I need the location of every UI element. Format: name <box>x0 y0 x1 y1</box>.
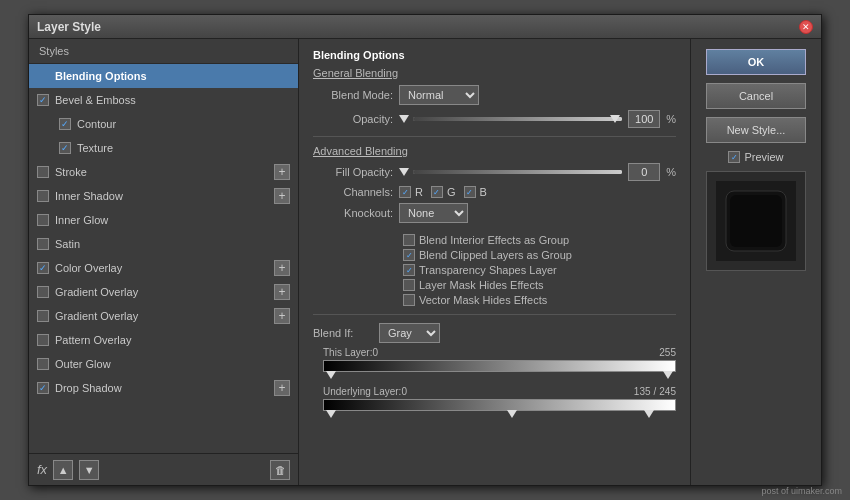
blend-clipped-check[interactable]: ✓ <box>403 249 415 261</box>
layer-mask-label: Layer Mask Hides Effects <box>419 279 544 291</box>
list-item-inner-shadow[interactable]: Inner Shadow+ <box>29 184 298 208</box>
knockout-select[interactable]: None Shallow Deep <box>399 203 468 223</box>
down-button[interactable]: ▼ <box>79 460 99 480</box>
transparency-check[interactable]: ✓ <box>403 264 415 276</box>
svg-rect-2 <box>730 195 782 247</box>
list-item-drop-shadow[interactable]: ✓Drop Shadow+ <box>29 376 298 400</box>
new-style-button[interactable]: New Style... <box>706 117 806 143</box>
preview-canvas <box>706 171 806 271</box>
checkbox-color-overlay[interactable]: ✓ <box>37 262 49 274</box>
ok-button[interactable]: OK <box>706 49 806 75</box>
opacity-percent: % <box>666 113 676 125</box>
list-item-label-blending-options: Blending Options <box>55 70 290 82</box>
opacity-slider-thumb[interactable] <box>610 115 620 123</box>
checkbox-satin[interactable] <box>37 238 49 250</box>
layer-mask-check[interactable] <box>403 279 415 291</box>
blend-if-select[interactable]: Gray Red Green Blue <box>379 323 440 343</box>
transparency-label: Transparency Shapes Layer <box>419 264 557 276</box>
blend-mode-select[interactable]: Normal Multiply Screen Overlay <box>399 85 479 105</box>
checkbox-pattern-overlay[interactable] <box>37 334 49 346</box>
checkbox-contour[interactable]: ✓ <box>59 118 71 130</box>
styles-header: Styles <box>29 39 298 64</box>
checkbox-stroke[interactable] <box>37 166 49 178</box>
checkbox-inner-shadow[interactable] <box>37 190 49 202</box>
channel-r-check[interactable]: ✓ <box>399 186 411 198</box>
list-item-outer-glow[interactable]: Outer Glow <box>29 352 298 376</box>
fill-opacity-slider-thumb-left <box>399 168 409 176</box>
this-layer-max: 255 <box>659 347 676 358</box>
underlying-layer-thumb-right[interactable] <box>644 410 654 418</box>
list-item-color-overlay[interactable]: ✓Color Overlay+ <box>29 256 298 280</box>
list-item-bevel-emboss[interactable]: ✓Bevel & Emboss <box>29 88 298 112</box>
checkbox-drop-shadow[interactable]: ✓ <box>37 382 49 394</box>
blend-interior-check[interactable] <box>403 234 415 246</box>
checkbox-gradient-overlay-2[interactable] <box>37 310 49 322</box>
list-item-label-stroke: Stroke <box>55 166 270 178</box>
underlying-layer-gradient-bar[interactable] <box>323 399 676 411</box>
blend-if-row: Blend If: Gray Red Green Blue <box>313 323 676 343</box>
plus-btn-gradient-overlay-1[interactable]: + <box>274 284 290 300</box>
styles-label: Styles <box>39 45 69 57</box>
list-item-label-pattern-overlay: Pattern Overlay <box>55 334 290 346</box>
plus-btn-drop-shadow[interactable]: + <box>274 380 290 396</box>
underlying-layer-thumb-left[interactable] <box>326 410 336 418</box>
this-layer-label: This Layer: <box>323 347 372 358</box>
checkbox-bevel-emboss[interactable]: ✓ <box>37 94 49 106</box>
plus-btn-stroke[interactable]: + <box>274 164 290 180</box>
checkbox-gradient-overlay-1[interactable] <box>37 286 49 298</box>
checkbox-outer-glow[interactable] <box>37 358 49 370</box>
list-item-satin[interactable]: Satin <box>29 232 298 256</box>
underlying-label: Underlying Layer: <box>323 386 401 397</box>
vector-mask-check[interactable] <box>403 294 415 306</box>
blend-if-label: Blend If: <box>313 327 373 339</box>
blend-mode-row: Blend Mode: Normal Multiply Screen Overl… <box>313 85 676 105</box>
fill-opacity-label: Fill Opacity: <box>313 166 393 178</box>
list-item-gradient-overlay-2[interactable]: Gradient Overlay+ <box>29 304 298 328</box>
checkbox-texture[interactable]: ✓ <box>59 142 71 154</box>
channel-b-check[interactable]: ✓ <box>464 186 476 198</box>
preview-image <box>716 181 796 261</box>
list-item-blending-options[interactable]: Blending Options <box>29 64 298 88</box>
list-item-texture[interactable]: ✓Texture <box>29 136 298 160</box>
channels-group: ✓ R ✓ G ✓ B <box>399 186 491 198</box>
blend-mode-label: Blend Mode: <box>313 89 393 101</box>
channel-g-label: G <box>447 186 456 198</box>
underlying-layer-bar-container <box>323 399 676 411</box>
watermark: post of uimaker.com <box>761 486 842 496</box>
underlying-layer-section: Underlying Layer: 0 135 / 245 <box>313 386 676 411</box>
fill-opacity-slider[interactable] <box>413 170 622 174</box>
checkbox-inner-glow[interactable] <box>37 214 49 226</box>
this-layer-header: This Layer: 0 255 <box>323 347 676 358</box>
underlying-layer-thumb-mid[interactable] <box>507 410 517 418</box>
up-button[interactable]: ▲ <box>53 460 73 480</box>
this-layer-thumb-left[interactable] <box>326 371 336 379</box>
list-item-pattern-overlay[interactable]: Pattern Overlay <box>29 328 298 352</box>
opacity-value[interactable] <box>628 110 660 128</box>
list-item-label-satin: Satin <box>55 238 290 250</box>
knockout-label: Knockout: <box>313 207 393 219</box>
opacity-slider[interactable] <box>413 117 622 121</box>
plus-btn-color-overlay[interactable]: + <box>274 260 290 276</box>
knockout-row: Knockout: None Shallow Deep <box>313 203 676 223</box>
close-button[interactable]: ✕ <box>799 20 813 34</box>
channel-g-check[interactable]: ✓ <box>431 186 443 198</box>
fill-opacity-slider-container <box>399 168 622 176</box>
list-item-contour[interactable]: ✓Contour <box>29 112 298 136</box>
preview-checkbox[interactable]: ✓ <box>728 151 740 163</box>
list-item-inner-glow[interactable]: Inner Glow <box>29 208 298 232</box>
list-item-label-outer-glow: Outer Glow <box>55 358 290 370</box>
trash-button[interactable]: 🗑 <box>270 460 290 480</box>
this-layer-thumb-right[interactable] <box>663 371 673 379</box>
plus-btn-inner-shadow[interactable]: + <box>274 188 290 204</box>
opacity-row: Opacity: % <box>313 110 676 128</box>
blend-clipped-row: ✓ Blend Clipped Layers as Group <box>313 249 676 261</box>
channels-label: Channels: <box>313 186 393 198</box>
this-layer-gradient-bar[interactable] <box>323 360 676 372</box>
preview-row: ✓ Preview <box>728 151 783 163</box>
fill-opacity-value[interactable] <box>628 163 660 181</box>
list-item-gradient-overlay-1[interactable]: Gradient Overlay+ <box>29 280 298 304</box>
list-item-stroke[interactable]: Stroke+ <box>29 160 298 184</box>
titlebar: Layer Style ✕ <box>29 15 821 39</box>
cancel-button[interactable]: Cancel <box>706 83 806 109</box>
plus-btn-gradient-overlay-2[interactable]: + <box>274 308 290 324</box>
